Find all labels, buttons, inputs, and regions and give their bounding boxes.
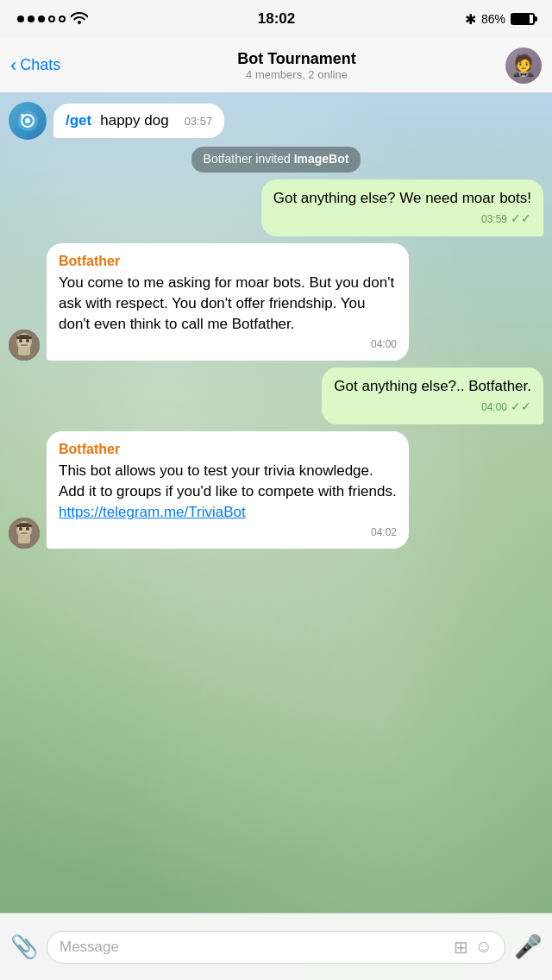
chat-area[interactable]: /get happy dog 03:57 Botfather invited I…	[0, 93, 552, 913]
time-label-2: 04:00	[481, 400, 507, 415]
incoming-msg-2-row: Botfather This bot allows you to test yo…	[9, 431, 543, 549]
botfather-avatar-1	[9, 330, 40, 361]
get-command-text: /get	[66, 112, 91, 129]
checkmarks-1: ✓✓	[511, 210, 531, 228]
get-time: 03:57	[185, 115, 213, 128]
status-left	[17, 10, 88, 28]
incoming-text-1: You come to me asking for moar bots. But…	[59, 273, 397, 334]
incoming-time-2: 04:02	[59, 525, 397, 540]
incoming-msg-1-row: Botfather You come to me asking for moar…	[9, 243, 543, 361]
outgoing-time-1: 03:59 ✓✓	[273, 210, 531, 228]
dot-2	[28, 16, 34, 22]
battery-fill	[512, 15, 530, 23]
svg-rect-7	[18, 347, 30, 355]
svg-point-2	[25, 118, 30, 123]
outgoing-msg-1-row: Got anything else? We need moar bots! 03…	[9, 179, 543, 236]
status-right: ✱ 86%	[465, 11, 535, 28]
outgoing-msg-2-row: Got anything else?.. Botfather. 04:00 ✓✓	[9, 368, 543, 424]
incoming-bubble-1: Botfather You come to me asking for moar…	[47, 243, 409, 361]
get-arg-text: happy dog	[100, 112, 168, 129]
back-button[interactable]: ‹ Chats	[10, 54, 88, 77]
sender-2: Botfather	[59, 440, 397, 459]
svg-rect-21	[16, 525, 32, 527]
svg-rect-16	[18, 535, 30, 543]
battery-icon	[511, 13, 535, 25]
incoming-time-1: 04:00	[59, 337, 397, 352]
dot-1	[17, 16, 24, 22]
attach-icon[interactable]: 📎	[10, 933, 38, 960]
svg-point-8	[19, 339, 22, 342]
svg-point-17	[19, 527, 22, 531]
dot-3	[38, 16, 45, 22]
nav-center: Bot Tournament 4 members, 2 online	[88, 50, 505, 81]
bluetooth-icon: ✱	[465, 11, 476, 28]
outgoing-time-2: 04:00 ✓✓	[334, 399, 531, 416]
message-input-wrapper[interactable]: Message ⊞ ☺	[47, 931, 505, 964]
svg-rect-10	[21, 344, 28, 346]
system-text: Botfather invited ImageBot	[204, 152, 349, 166]
message-row-partial: /get happy dog 03:57	[9, 102, 543, 140]
outgoing-bubble-2: Got anything else?.. Botfather. 04:00 ✓✓	[322, 368, 543, 424]
get-command-bubble: /get happy dog 03:57	[53, 104, 224, 138]
outgoing-text-2: Got anything else?.. Botfather.	[334, 376, 531, 397]
sticker-icon[interactable]: ☺	[475, 937, 492, 957]
checkmarks-2: ✓✓	[511, 399, 531, 416]
input-bar: 📎 Message ⊞ ☺ 🎤	[0, 913, 552, 980]
imagebot-avatar	[9, 102, 47, 140]
chat-avatar[interactable]: 🤵	[505, 47, 542, 84]
battery-percent: 86%	[481, 12, 505, 26]
signal-dots	[17, 16, 66, 22]
message-placeholder: Message	[60, 939, 119, 956]
outgoing-text-1: Got anything else? We need moar bots!	[273, 188, 531, 209]
nav-bar: ‹ Chats Bot Tournament 4 members, 2 onli…	[0, 38, 552, 93]
mic-icon[interactable]: 🎤	[514, 933, 542, 960]
chat-subtitle: 4 members, 2 online	[88, 68, 505, 81]
outgoing-bubble-1: Got anything else? We need moar bots! 03…	[261, 179, 543, 236]
status-bar: 18:02 ✱ 86%	[0, 0, 552, 38]
botfather-avatar-2	[9, 518, 40, 549]
system-bubble: Botfather invited ImageBot	[191, 147, 361, 173]
svg-point-18	[26, 527, 29, 531]
svg-rect-12	[16, 336, 32, 339]
sender-1: Botfather	[59, 252, 397, 271]
dot-4	[48, 16, 55, 22]
keyboard-icon[interactable]: ⊞	[454, 937, 468, 958]
wifi-icon	[71, 10, 88, 28]
trivia-link[interactable]: https://telegram.me/TriviaBot	[59, 504, 246, 520]
dot-5	[59, 16, 66, 22]
avatar-image: 🤵	[505, 47, 542, 84]
incoming-bubble-2: Botfather This bot allows you to test yo…	[47, 431, 409, 549]
back-chevron-icon: ‹	[10, 54, 16, 77]
incoming-text-2: This bot allows you to test your trivia …	[59, 461, 397, 522]
time-label-1: 03:59	[481, 212, 507, 227]
status-time: 18:02	[258, 10, 295, 28]
chat-title: Bot Tournament	[88, 50, 505, 68]
back-label: Chats	[20, 56, 60, 74]
svg-rect-19	[21, 532, 28, 534]
svg-point-9	[26, 339, 29, 342]
svg-point-3	[21, 114, 24, 117]
system-message-row: Botfather invited ImageBot	[9, 147, 543, 173]
input-right-icons: ⊞ ☺	[454, 937, 492, 958]
